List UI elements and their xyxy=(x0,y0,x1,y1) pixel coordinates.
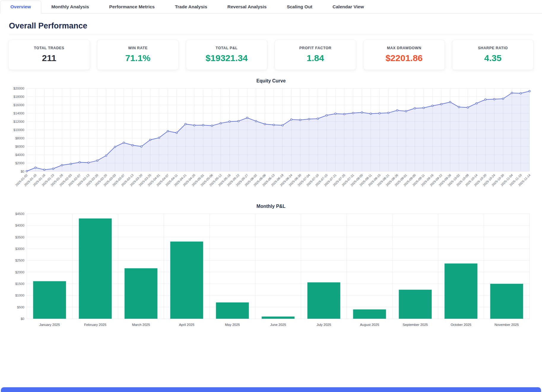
stat-value-total-trades: 211 xyxy=(12,53,87,63)
equity-curve-svg: $0$2000$4000$6000$8000$10000$12000$14000… xyxy=(8,85,534,200)
svg-text:May 2025: May 2025 xyxy=(225,323,240,326)
svg-text:March 2025: March 2025 xyxy=(132,323,150,326)
svg-text:$4500: $4500 xyxy=(15,212,24,216)
svg-text:$1000: $1000 xyxy=(15,294,24,297)
svg-text:$500: $500 xyxy=(17,305,24,309)
tab-reversal-analysis[interactable]: Reversal Analysis xyxy=(217,1,277,13)
stat-value-profit-factor: 1.84 xyxy=(278,53,353,63)
svg-text:July 2025: July 2025 xyxy=(316,323,331,326)
svg-text:September 2025: September 2025 xyxy=(402,323,428,326)
svg-text:$8000: $8000 xyxy=(15,136,24,140)
stat-label-max-drawdown: MAX DRAWDOWN xyxy=(367,46,442,50)
main-content: Overall Performance TOTAL TRADES 211 WIN… xyxy=(0,21,542,329)
monthly-pnl-chart[interactable]: $0$500$1000$1500$2000$2500$3000$3500$400… xyxy=(8,211,534,329)
stat-card-sharpe-ratio: SHARPE RATIO 4.35 xyxy=(452,40,534,70)
stat-value-total-pnl: $19321.34 xyxy=(189,53,264,63)
equity-curve-title: Equity Curve xyxy=(8,78,534,84)
footer-bar xyxy=(1,387,541,392)
tab-performance-metrics[interactable]: Performance Metrics xyxy=(99,1,165,13)
monthly-pnl-title: Monthly P&L xyxy=(8,204,534,209)
svg-text:$3000: $3000 xyxy=(15,247,24,251)
stat-card-total-pnl: TOTAL P&L $19321.34 xyxy=(186,40,267,70)
svg-text:$4000: $4000 xyxy=(15,224,24,227)
stat-card-profit-factor: PROFIT FACTOR 1.84 xyxy=(275,40,356,70)
svg-text:$2500: $2500 xyxy=(15,259,24,262)
stat-value-win-rate: 71.1% xyxy=(100,53,175,63)
stat-value-max-drawdown: $2201.86 xyxy=(367,53,442,63)
stat-label-total-pnl: TOTAL P&L xyxy=(189,46,264,50)
monthly-pnl-section: Monthly P&L $0$500$1000$1500$2000$2500$3… xyxy=(8,204,534,329)
tab-trade-analysis[interactable]: Trade Analysis xyxy=(165,1,217,13)
svg-text:$18000: $18000 xyxy=(13,95,24,98)
tab-monthly-analysis[interactable]: Monthly Analysis xyxy=(41,1,99,13)
stat-card-max-drawdown: MAX DRAWDOWN $2201.86 xyxy=(363,40,445,70)
svg-text:$12000: $12000 xyxy=(13,120,24,123)
svg-text:$2000: $2000 xyxy=(15,270,24,274)
svg-text:February 2025: February 2025 xyxy=(84,323,107,326)
svg-text:$3500: $3500 xyxy=(15,235,24,239)
svg-text:April 2025: April 2025 xyxy=(179,323,194,326)
stat-value-sharpe-ratio: 4.35 xyxy=(455,53,530,63)
monthly-pnl-svg: $0$500$1000$1500$2000$2500$3000$3500$400… xyxy=(8,211,534,329)
svg-text:November 2025: November 2025 xyxy=(495,323,519,326)
stats-row: TOTAL TRADES 211 WIN RATE 71.1% TOTAL P&… xyxy=(8,40,534,70)
svg-text:June 2025: June 2025 xyxy=(270,323,286,326)
tab-scaling-out[interactable]: Scaling Out xyxy=(277,1,322,13)
svg-text:August 2025: August 2025 xyxy=(360,323,379,326)
svg-text:$2000: $2000 xyxy=(15,161,24,165)
tab-overview[interactable]: Overview xyxy=(0,0,41,14)
svg-text:$10000: $10000 xyxy=(13,128,24,132)
svg-text:$4000: $4000 xyxy=(15,153,24,157)
stat-label-sharpe-ratio: SHARPE RATIO xyxy=(455,46,530,50)
svg-text:$16000: $16000 xyxy=(13,103,24,107)
svg-text:$14000: $14000 xyxy=(13,111,24,115)
stat-card-total-trades: TOTAL TRADES 211 xyxy=(8,40,90,70)
stat-label-win-rate: WIN RATE xyxy=(100,46,175,50)
svg-text:$0: $0 xyxy=(21,170,24,173)
svg-text:$6000: $6000 xyxy=(15,145,24,148)
svg-text:January 2025: January 2025 xyxy=(39,323,60,326)
tab-bar: Overview Monthly Analysis Performance Me… xyxy=(0,0,542,14)
stat-label-profit-factor: PROFIT FACTOR xyxy=(278,46,353,50)
equity-curve-chart[interactable]: $0$2000$4000$6000$8000$10000$12000$14000… xyxy=(8,85,534,200)
tab-calendar-view[interactable]: Calendar View xyxy=(322,1,374,13)
equity-curve-section: Equity Curve $0$2000$4000$6000$8000$1000… xyxy=(8,78,534,200)
svg-text:October 2025: October 2025 xyxy=(451,323,471,326)
svg-text:$1500: $1500 xyxy=(15,282,24,286)
svg-text:$20000: $20000 xyxy=(13,87,24,90)
stat-label-total-trades: TOTAL TRADES xyxy=(12,46,87,50)
svg-text:$0: $0 xyxy=(21,317,24,321)
page-title: Overall Performance xyxy=(9,21,534,35)
stat-card-win-rate: WIN RATE 71.1% xyxy=(97,40,179,70)
